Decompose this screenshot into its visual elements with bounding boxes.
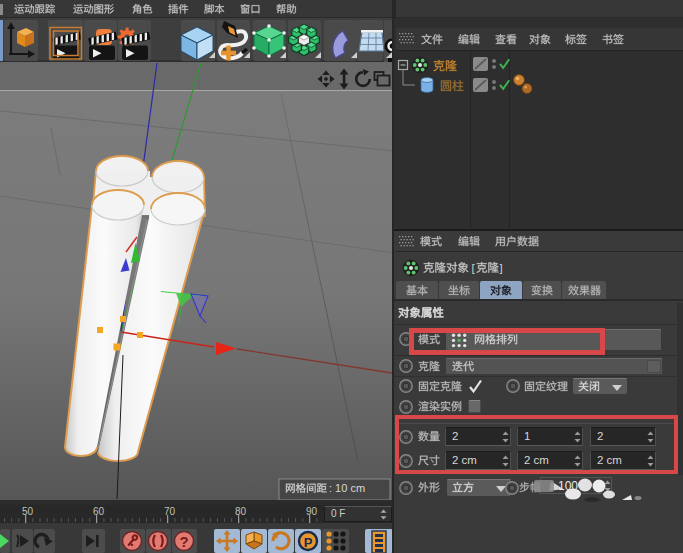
svg-text:P: P <box>304 535 313 550</box>
svg-text:?: ? <box>179 533 188 550</box>
